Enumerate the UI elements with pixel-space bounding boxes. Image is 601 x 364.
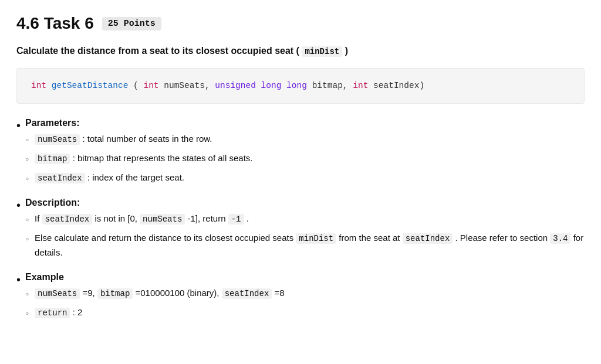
code-block: int getSeatDistance ( int numSeats, unsi… <box>16 68 585 104</box>
example-section: • Example ○ numSeats =9, bitmap =0100001… <box>16 272 585 324</box>
points-badge: 25 Points <box>102 17 161 30</box>
task-title: 4.6 Task 6 <box>16 14 94 33</box>
code-param2: bitmap, <box>312 81 348 90</box>
desc-code-seatindex2: seatIndex <box>403 233 453 244</box>
parameters-section: • Parameters: ○ numSeats : total number … <box>16 118 585 189</box>
bullet-dot-description: • <box>16 198 21 213</box>
example-label: Example <box>25 272 64 282</box>
ex-bitmap: bitmap <box>97 288 133 299</box>
code-fn-name: getSeatDistance <box>52 81 129 90</box>
ex-seatindex: seatIndex <box>222 288 272 299</box>
sub-bullet-ex-2: ○ <box>25 309 29 318</box>
numseats-code: numSeats <box>35 134 80 145</box>
code-param3: seatIndex) <box>373 81 424 90</box>
description-section: • Description: ○ If seatIndex is not in … <box>16 198 585 264</box>
example-item-1: ○ numSeats =9, bitmap =010000100 (binary… <box>25 286 585 301</box>
section-list: • Parameters: ○ numSeats : total number … <box>16 118 585 324</box>
mindist-inline-code: minDist <box>302 46 342 57</box>
desc-code-34: 3.4 <box>550 233 570 244</box>
param-bitmap: ○ bitmap : bitmap that represents the st… <box>25 151 585 166</box>
desc-code-mindist: minDist <box>296 233 336 244</box>
parameters-label: Parameters: <box>25 118 80 128</box>
description-label: Description: <box>25 198 80 207</box>
seatindex-code: seatIndex <box>35 173 85 183</box>
param-numseats: ○ numSeats : total number of seats in th… <box>25 132 585 147</box>
desc-item-2: ○ Else calculate and return the distance… <box>25 231 585 259</box>
bullet-dot-parameters: • <box>16 118 21 133</box>
sub-bullet-2: ○ <box>25 155 29 164</box>
bullet-dot-example: • <box>16 272 21 287</box>
param-seatindex: ○ seatIndex : index of the target seat. <box>25 171 585 185</box>
ex-numseats: numSeats <box>35 288 80 299</box>
sub-bullet-ex-1: ○ <box>25 290 29 299</box>
code-kw-int3: int <box>353 81 368 90</box>
example-sub-list: ○ numSeats =9, bitmap =010000100 (binary… <box>25 286 585 319</box>
code-kw-unsigned: unsigned long long <box>215 81 307 90</box>
description-sub-list: ○ If seatIndex is not in [0, numSeats -1… <box>25 212 585 259</box>
sub-bullet-1: ○ <box>25 135 29 145</box>
desc-code-neg1: -1 <box>228 214 244 224</box>
code-param1: numSeats, <box>164 81 210 90</box>
sub-bullet-desc-1: ○ <box>25 215 29 224</box>
desc-code-seatindex: seatIndex <box>42 214 93 224</box>
sub-bullet-desc-2: ○ <box>25 234 29 244</box>
bitmap-code: bitmap <box>35 154 70 164</box>
parameters-sub-list: ○ numSeats : total number of seats in th… <box>25 132 585 185</box>
task-heading: 4.6 Task 6 25 Points <box>16 14 585 33</box>
ex-return: return <box>35 308 70 318</box>
example-item-2: ○ return : 2 <box>25 305 585 320</box>
task-description: Calculate the distance from a seat to it… <box>16 46 585 56</box>
desc-code-numseats: numSeats <box>140 214 185 224</box>
code-kw-int2: int <box>143 81 158 90</box>
sub-bullet-3: ○ <box>25 174 29 183</box>
desc-item-1: ○ If seatIndex is not in [0, numSeats -1… <box>25 212 585 226</box>
code-kw-int1: int <box>31 81 46 90</box>
